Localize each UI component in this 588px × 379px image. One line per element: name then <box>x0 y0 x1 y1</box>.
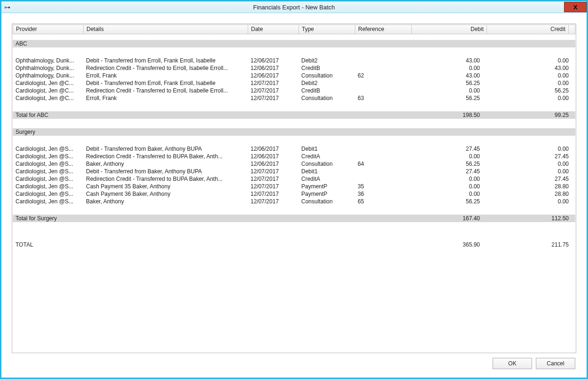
cell: 27.45 <box>411 168 486 175</box>
spacer-row <box>13 102 575 111</box>
cell: Debit - Transferred from Erroll, Frank E… <box>83 79 248 87</box>
table-row[interactable]: Cardiologist, Jen @S...Cash Payment 36 B… <box>13 190 575 198</box>
cell: Cash Payment 36 Baker, Anthony <box>83 190 248 198</box>
cell: 12/07/2017 <box>248 79 298 87</box>
cell <box>248 241 298 248</box>
group-total-row: Total for Surgery167.40112.50 <box>13 215 575 222</box>
cell: 12/07/2017 <box>248 175 298 183</box>
cell: CreditB <box>298 87 355 94</box>
cell: Debit2 <box>298 57 355 64</box>
cell: Debit - Transferred from Baker, Anthony … <box>83 145 248 153</box>
cell: 0.00 <box>411 87 486 94</box>
cell: CreditA <box>298 153 355 160</box>
cell: 28.80 <box>486 190 575 198</box>
spacer-row <box>13 34 575 40</box>
cell: PaymentP <box>298 190 355 198</box>
cell: Ophthalmology, Dunk... <box>13 57 83 64</box>
cell: Total for ABC <box>13 111 83 119</box>
cell: 0.00 <box>411 153 486 160</box>
cell: Erroll, Frank <box>83 94 248 102</box>
col-header-debit[interactable]: Debit <box>412 25 487 34</box>
spacer-row <box>13 222 575 232</box>
cell: 0.00 <box>411 64 486 72</box>
cell <box>355 168 411 175</box>
cell: 365.90 <box>411 241 486 248</box>
cell <box>248 111 298 119</box>
cell: Debit - Transferred from Erroll, Frank E… <box>83 57 248 64</box>
cell: 0.00 <box>411 190 486 198</box>
group-name: ABC <box>13 40 575 47</box>
cell: 0.00 <box>486 94 575 102</box>
cell: 27.45 <box>411 145 486 153</box>
group-name: Surgery <box>13 128 575 136</box>
cell: Total for Surgery <box>13 215 83 222</box>
table-row[interactable]: Ophthalmology, Dunk... Erroll, Frank12/0… <box>13 72 575 79</box>
table-row[interactable]: Cardiologist, Jen @S...Debit - Transferr… <box>13 145 575 153</box>
table-row[interactable]: Ophthalmology, Dunk...Redirection Credit… <box>13 64 575 72</box>
cell <box>83 241 248 248</box>
table-row[interactable]: Cardiologist, Jen @C... Erroll, Frank12/… <box>13 94 575 102</box>
cell: Debit1 <box>298 145 355 153</box>
cell: 112.50 <box>486 215 575 222</box>
grand-total-row: TOTAL365.90211.75 <box>13 241 575 248</box>
cell: 12/06/2017 <box>248 160 298 168</box>
cell <box>355 111 411 119</box>
cell: Debit1 <box>298 168 355 175</box>
col-header-type[interactable]: Type <box>299 25 355 34</box>
table-row[interactable]: Cardiologist, Jen @S...Redirection Credi… <box>13 153 575 160</box>
cell: 56.25 <box>486 87 575 94</box>
cell: Consultation <box>298 160 355 168</box>
cell: 56.25 <box>411 198 486 205</box>
spacer-row <box>13 136 575 145</box>
cell <box>83 111 248 119</box>
table-row[interactable]: Ophthalmology, Dunk...Debit - Transferre… <box>13 57 575 64</box>
cell <box>355 175 411 183</box>
cell: 43.00 <box>411 57 486 64</box>
cell: 0.00 <box>486 168 575 175</box>
cell: Cardiologist, Jen @C... <box>13 87 83 94</box>
table-row[interactable]: Cardiologist, Jen @C...Debit - Transferr… <box>13 79 575 87</box>
client-area: Provider Details Date Type Reference Deb… <box>1 13 587 378</box>
cell: 99.25 <box>486 111 575 119</box>
table-row[interactable]: Cardiologist, Jen @S... Baker, Anthony12… <box>13 160 575 168</box>
group-header-row: ABC <box>13 40 575 47</box>
table-row[interactable]: Cardiologist, Jen @S...Cash Payment 35 B… <box>13 183 575 190</box>
cell: Cardiologist, Jen @S... <box>13 168 83 175</box>
cell <box>248 215 298 222</box>
table-row[interactable]: Cardiologist, Jen @S...Redirection Credi… <box>13 175 575 183</box>
cell: Redirection Credit - Transferred to Erro… <box>83 87 248 94</box>
cell <box>355 79 411 87</box>
col-header-reference[interactable]: Reference <box>355 25 412 34</box>
col-header-details[interactable]: Details <box>84 25 248 34</box>
cell: Debit2 <box>298 79 355 87</box>
table-row[interactable]: Cardiologist, Jen @C...Redirection Credi… <box>13 87 575 94</box>
table-row[interactable]: Cardiologist, Jen @S... Baker, Anthony12… <box>13 198 575 205</box>
grid-body-scroll[interactable]: ABCOphthalmology, Dunk...Debit - Transfe… <box>13 34 575 352</box>
col-header-credit[interactable]: Credit <box>487 25 569 34</box>
cell: 56.25 <box>411 160 486 168</box>
cell: CreditA <box>298 175 355 183</box>
close-button[interactable]: X <box>564 2 587 12</box>
cell: 65 <box>355 198 411 205</box>
cell: 12/07/2017 <box>248 168 298 175</box>
cell: 12/07/2017 <box>248 87 298 94</box>
cell: 0.00 <box>486 198 575 205</box>
cell: CreditB <box>298 64 355 72</box>
cell <box>355 215 411 222</box>
table-row[interactable]: Cardiologist, Jen @S...Debit - Transferr… <box>13 168 575 175</box>
cell: Cash Payment 35 Baker, Anthony <box>83 183 248 190</box>
cell: 211.75 <box>486 241 575 248</box>
cell: 12/06/2017 <box>248 72 298 79</box>
col-header-provider[interactable]: Provider <box>13 25 84 34</box>
group-header-row: Surgery <box>13 128 575 136</box>
cell: 35 <box>355 183 411 190</box>
cell: Cardiologist, Jen @S... <box>13 198 83 205</box>
cell: 43.00 <box>411 72 486 79</box>
cell: 27.45 <box>486 153 575 160</box>
cancel-button[interactable]: Cancel <box>536 358 575 369</box>
col-header-date[interactable]: Date <box>248 25 299 34</box>
cell: Cardiologist, Jen @S... <box>13 183 83 190</box>
ok-button[interactable]: OK <box>493 358 532 369</box>
cell: 198.50 <box>411 111 486 119</box>
cell: 12/07/2017 <box>248 190 298 198</box>
